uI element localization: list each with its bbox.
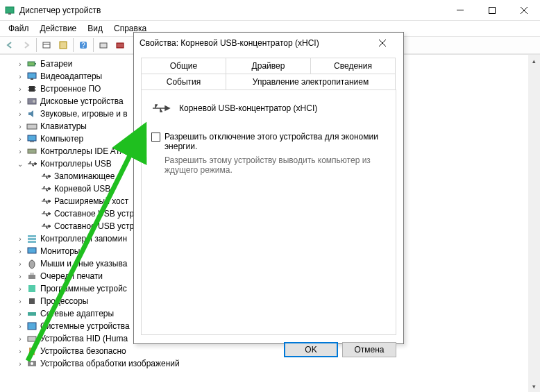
tree-node-label: Программные устройс <box>40 284 127 293</box>
expand-chevron-icon[interactable]: › <box>15 310 25 318</box>
scroll-up-button[interactable]: ▴ <box>528 55 540 67</box>
tree-node-label: Сетевые адаптеры <box>40 309 114 318</box>
tree-node-label: Контроллеры запомин <box>40 234 127 244</box>
close-button[interactable] <box>508 0 540 21</box>
device-category-icon <box>26 96 37 107</box>
svg-rect-31 <box>28 248 36 253</box>
dialog-close-button[interactable] <box>367 33 398 53</box>
svg-rect-40 <box>29 348 35 355</box>
expand-chevron-icon[interactable]: › <box>15 335 25 343</box>
checkbox-allow-turn-off[interactable] <box>151 133 160 142</box>
menu-action[interactable]: Действие <box>35 22 83 35</box>
tab-events[interactable]: События <box>141 74 226 90</box>
dialog-title: Свойства: Корневой USB-концентратор (xHC… <box>140 38 367 48</box>
expand-chevron-icon[interactable]: › <box>15 285 25 293</box>
svg-rect-3 <box>489 7 496 13</box>
app-icon <box>4 5 15 16</box>
svg-rect-36 <box>29 298 35 304</box>
expand-chevron-icon[interactable]: › <box>15 123 25 130</box>
expand-chevron-icon[interactable]: › <box>15 298 25 305</box>
svg-rect-28 <box>28 235 36 237</box>
tab-driver[interactable]: Драйвер <box>226 58 311 74</box>
device-category-icon <box>26 321 37 332</box>
expand-chevron-icon[interactable]: › <box>15 348 25 355</box>
svg-rect-33 <box>28 275 35 279</box>
ok-button[interactable]: OK <box>284 342 338 357</box>
usb-device-icon <box>40 171 51 182</box>
device-category-icon <box>26 358 37 369</box>
back-button[interactable] <box>2 37 17 53</box>
expand-chevron-icon[interactable]: › <box>15 260 25 268</box>
svg-rect-6 <box>43 42 50 48</box>
properties-dialog: Свойства: Корневой USB-концентратор (xHC… <box>133 32 404 344</box>
svg-rect-0 <box>6 7 14 13</box>
device-category-icon <box>26 308 37 319</box>
tree-node-label: Устройства безопасно <box>40 346 126 356</box>
expand-chevron-icon[interactable]: › <box>15 323 25 330</box>
expand-chevron-icon[interactable]: › <box>15 273 25 280</box>
svg-rect-27 <box>28 149 36 153</box>
svg-rect-1 <box>8 13 11 15</box>
menu-view[interactable]: Вид <box>82 22 108 35</box>
device-category-icon <box>26 296 37 307</box>
properties-button[interactable] <box>56 37 71 53</box>
checkbox-allow-turn-off-label: Разрешить отключение этого устройства дл… <box>164 132 386 151</box>
tree-node-label: Составное USB устр <box>54 209 134 219</box>
expand-chevron-icon[interactable]: › <box>15 360 25 368</box>
vertical-scrollbar[interactable]: ▴ ▾ <box>528 55 540 392</box>
tab-general[interactable]: Общие <box>141 58 226 74</box>
tree-node-label: Мониторы <box>40 246 80 256</box>
scroll-track[interactable] <box>528 67 540 380</box>
expand-chevron-icon[interactable]: › <box>15 248 25 255</box>
dialog-titlebar: Свойства: Корневой USB-концентратор (xHC… <box>134 33 403 53</box>
forward-button[interactable] <box>19 37 34 53</box>
expand-chevron-icon[interactable]: › <box>15 60 25 68</box>
show-hidden-button[interactable] <box>39 37 54 53</box>
svg-rect-37 <box>28 312 36 316</box>
device-category-icon <box>26 346 37 357</box>
expand-chevron-icon[interactable]: › <box>15 98 25 105</box>
device-category-icon <box>26 121 37 132</box>
cancel-button[interactable]: Отмена <box>342 342 396 357</box>
tree-node-label: Встроенное ПО <box>40 84 101 94</box>
expand-chevron-icon[interactable]: › <box>15 148 25 155</box>
scan-hardware-button[interactable] <box>96 37 111 53</box>
usb-device-icon <box>40 196 51 207</box>
device-name: Корневой USB-концентратор (xHCI) <box>179 103 317 113</box>
minimize-button[interactable] <box>444 0 476 21</box>
expand-chevron-icon[interactable]: › <box>15 110 25 118</box>
menu-file[interactable]: Файл <box>3 22 35 35</box>
tree-node-label: Дисковые устройства <box>40 96 124 106</box>
expand-chevron-icon[interactable]: › <box>15 73 25 80</box>
svg-point-42 <box>31 362 33 365</box>
tab-power-active[interactable]: Управление электропитанием <box>226 74 396 90</box>
tree-node-label: Составное USB устр <box>54 221 134 231</box>
expand-chevron-icon[interactable]: › <box>15 135 25 143</box>
uninstall-button[interactable] <box>112 37 128 53</box>
tree-node-label: Мыши и иные указыва <box>40 259 127 269</box>
expand-chevron-icon[interactable]: ⌄ <box>15 160 25 168</box>
usb-device-icon <box>151 101 171 115</box>
tree-node-label: Расширяемый хост <box>54 196 128 206</box>
scroll-down-button[interactable]: ▾ <box>528 380 540 392</box>
device-category-icon <box>26 146 37 157</box>
expand-chevron-icon[interactable]: › <box>15 85 25 93</box>
tree-node-label: Системные устройства <box>40 321 130 331</box>
help-button[interactable]: ? <box>76 37 91 53</box>
checkbox-allow-wake-label: Разрешить этому устройству выводить комп… <box>164 155 386 175</box>
tree-node-label: Запоминающее <box>54 171 115 181</box>
tree-node-label: Контроллеры IDE ATA/ <box>40 146 128 156</box>
device-category-icon <box>26 108 37 119</box>
tab-details[interactable]: Сведения <box>310 58 396 74</box>
window-title: Диспетчер устройств <box>19 6 444 15</box>
usb-device-icon <box>40 221 51 232</box>
device-category-icon <box>26 58 37 69</box>
svg-rect-29 <box>28 238 36 240</box>
maximize-button[interactable] <box>476 0 508 21</box>
device-category-icon <box>26 333 37 344</box>
tree-node-label: Видеоадаптеры <box>40 71 102 81</box>
expand-chevron-icon[interactable]: › <box>15 235 25 243</box>
svg-rect-11 <box>100 43 107 48</box>
svg-rect-14 <box>35 63 36 65</box>
svg-rect-8 <box>60 42 67 49</box>
